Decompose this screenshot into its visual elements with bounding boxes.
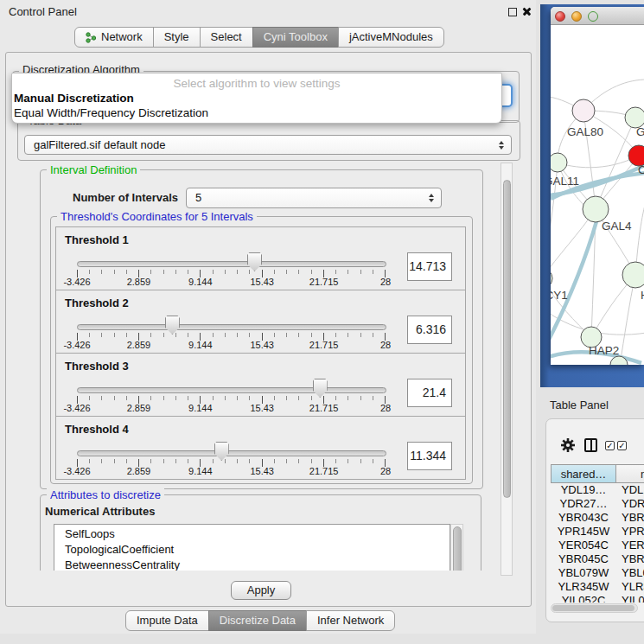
algorithm-option-manual[interactable]: Manual Discretization [14, 92, 134, 105]
tick-label: 2.859 [127, 403, 151, 413]
tab-select[interactable]: Select [200, 27, 253, 48]
network-window-titlebar[interactable] [551, 7, 644, 25]
table-row[interactable]: YDR27…YDR2 [551, 497, 644, 511]
table-row[interactable]: YLR345WYLR3 [551, 580, 644, 594]
attributes-list-scrollbar-thumb[interactable] [453, 526, 462, 571]
cell-name[interactable]: YER0 [622, 539, 644, 552]
tick-label: -3.426 [63, 277, 90, 287]
node-label: GAL11 [551, 175, 579, 188]
cell-name[interactable]: YBL0 [622, 566, 644, 580]
slider-tick-labels: -3.4262.8599.14415.4321.71528 [77, 277, 386, 289]
close-traffic-light-icon[interactable] [555, 11, 565, 22]
network-node[interactable] [551, 153, 567, 172]
slider-track[interactable] [77, 387, 386, 393]
table-horizontal-scrollbar-thumb[interactable] [552, 605, 634, 611]
table-row[interactable]: YER054CYER0 [551, 539, 644, 552]
threshold-label: Threshold 2 [65, 296, 129, 309]
cell-name[interactable]: YLR3 [622, 580, 644, 594]
slider-track[interactable] [77, 324, 386, 330]
cell-shared-name[interactable]: YBR045C [551, 552, 616, 566]
tab-impute-data[interactable]: Impute Data [125, 610, 209, 631]
table-row[interactable]: YBR043CYBR0 [551, 511, 644, 525]
attributes-group-clip: Numerical Attributes SelfLoops Topologic… [40, 494, 481, 571]
list-item[interactable]: TopologicalCoefficient [54, 542, 450, 558]
node-label: G [636, 125, 644, 138]
slider-tick-labels: -3.4262.8599.14415.4321.71528 [77, 340, 386, 352]
network-node[interactable] [622, 262, 644, 288]
cell-name[interactable]: YPR1 [622, 525, 644, 539]
cell-shared-name[interactable]: YDL19… [551, 483, 616, 497]
cell-shared-name[interactable]: YIL052C [551, 594, 616, 603]
gear-icon[interactable] [560, 437, 576, 453]
tab-style[interactable]: Style [153, 27, 201, 48]
network-node[interactable] [572, 99, 595, 122]
checkbox-checked-icon[interactable]: ✓ [617, 441, 627, 450]
table-row[interactable]: YBR045CYBR0 [551, 552, 644, 566]
minimize-traffic-light-icon[interactable] [571, 11, 582, 22]
slider-thumb[interactable] [214, 442, 229, 461]
apply-button[interactable]: Apply [231, 581, 291, 600]
numerical-attributes-list[interactable]: SelfLoops TopologicalCoefficient Between… [54, 524, 450, 571]
slider-thumb[interactable] [247, 252, 262, 271]
close-icon[interactable] [521, 6, 532, 17]
network-edge[interactable] [620, 275, 635, 365]
threshold-value-field[interactable]: 21.4 [407, 379, 452, 407]
cell-shared-name[interactable]: YLR345W [551, 580, 616, 594]
split-columns-icon[interactable] [584, 438, 597, 452]
tab-network[interactable]: Network [74, 27, 154, 48]
tab-discretize-data[interactable]: Discretize Data [208, 610, 307, 631]
column-header-shared-name[interactable]: shared… [551, 464, 616, 483]
interval-definition-group-title: Interval Definition [47, 163, 140, 176]
cell-name[interactable]: YBR0 [622, 552, 644, 566]
cell-shared-name[interactable]: YDR27… [551, 497, 616, 511]
node-label: C [638, 163, 644, 176]
slider-thumb[interactable] [165, 316, 180, 335]
cell-shared-name[interactable]: YPR145W [551, 525, 616, 539]
list-item[interactable]: BetweennessCentrality [54, 558, 450, 571]
cell-name[interactable]: YBR0 [622, 511, 644, 525]
settings-scrollbar-thumb[interactable] [503, 180, 511, 498]
table-row[interactable]: YIL052CYIL0 [551, 594, 644, 603]
slider-thumb[interactable] [313, 379, 328, 398]
cell-name[interactable]: YDR2 [622, 497, 644, 511]
cell-shared-name[interactable]: YBL079W [551, 566, 616, 580]
tab-label: jActiveMNodules [349, 28, 433, 47]
table-row[interactable]: YPR145WYPR1 [551, 525, 644, 539]
slider-track[interactable] [77, 450, 386, 456]
tab-label: Style [164, 28, 189, 47]
tick-label: 28 [380, 466, 391, 476]
float-window-icon[interactable] [508, 8, 517, 16]
threshold-value-field[interactable]: 11.344 [407, 442, 452, 470]
cell-shared-name[interactable]: YBR043C [551, 511, 616, 525]
tab-infer-network[interactable]: Infer Network [306, 610, 395, 631]
number-of-intervals-combobox[interactable]: 5 [186, 188, 442, 208]
threshold-value-field[interactable]: 14.713 [407, 252, 452, 281]
threshold-label: Threshold 1 [65, 233, 129, 246]
network-node[interactable] [551, 268, 552, 289]
network-canvas[interactable]: GAL80GCGAL11GAL4GCY1HHAP2 [551, 25, 644, 365]
algorithm-option-equal-width[interactable]: Equal Width/Frequency Discretization [14, 106, 208, 119]
threshold-row: Threshold 1-3.4262.8599.14415.4321.71528… [55, 226, 466, 290]
combo-stepper-icon [499, 141, 504, 150]
network-node[interactable] [583, 196, 609, 222]
column-header-name[interactable]: na [615, 464, 644, 483]
table-data-combobox[interactable]: galFiltered.sif default node [24, 135, 512, 155]
attributes-list-scrollbar[interactable] [450, 524, 463, 571]
table-row[interactable]: YDL19…YDL1 [551, 483, 644, 497]
settings-scrollbar[interactable] [501, 163, 513, 576]
list-item[interactable]: SelfLoops [54, 526, 450, 542]
tab-cyni-toolbox[interactable]: Cyni Toolbox [252, 27, 339, 48]
zoom-traffic-light-icon[interactable] [588, 11, 598, 22]
checkbox-checked-icon[interactable]: ✓ [605, 441, 615, 450]
cell-name[interactable]: YIL0 [622, 594, 644, 603]
node-table: shared… na YDL19…YDL1YDR27…YDR2YBR043CYB… [551, 464, 644, 603]
tick-label: 21.715 [309, 403, 339, 413]
slider-track[interactable] [77, 261, 386, 267]
threshold-value-field[interactable]: 6.316 [407, 316, 452, 344]
table-row[interactable]: YBL079WYBL0 [551, 566, 644, 580]
cell-shared-name[interactable]: YER054C [551, 539, 616, 552]
node-label: H [641, 289, 644, 302]
cell-name[interactable]: YDL1 [622, 483, 644, 497]
network-edge[interactable] [558, 156, 639, 168]
tab-jactivemnodules[interactable]: jActiveMNodules [338, 27, 444, 48]
